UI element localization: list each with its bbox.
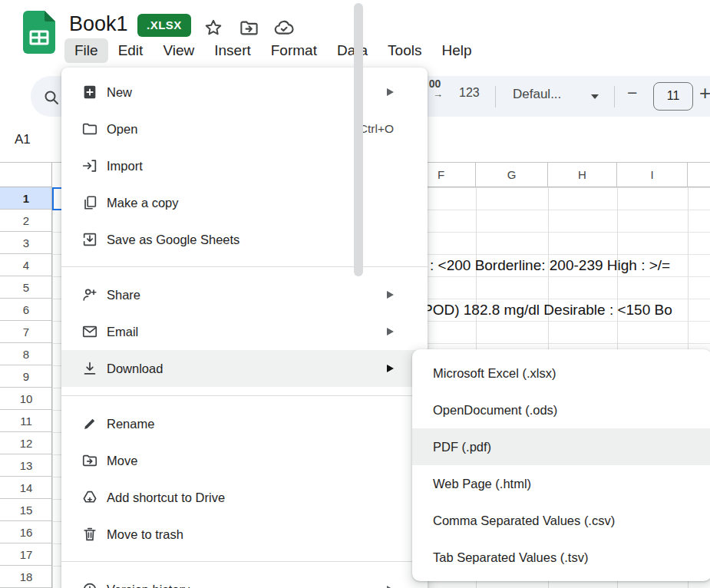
menubar-item-view[interactable]: View <box>153 38 204 63</box>
row-header-13[interactable]: 13 <box>0 454 52 477</box>
chevron-down-icon[interactable] <box>591 94 599 99</box>
menu-item-label: Rename <box>107 417 154 431</box>
file-menu-item-share[interactable]: Share <box>61 276 428 313</box>
xlsx-format-badge: .XLSX <box>137 14 191 37</box>
trash-icon <box>81 525 99 543</box>
menu-separator <box>61 553 428 571</box>
import-icon <box>81 157 99 175</box>
row-header-14[interactable]: 14 <box>0 477 52 499</box>
row-header-15[interactable]: 15 <box>0 499 52 521</box>
person-add-icon <box>81 286 99 304</box>
google-sheets-logo[interactable] <box>23 11 55 54</box>
menu-item-label: New <box>107 85 132 100</box>
menubar-item-format[interactable]: Format <box>261 38 327 63</box>
increase-font-size-button[interactable]: + <box>699 81 710 105</box>
menu-item-label: Make a copy <box>107 196 179 210</box>
menu-item-label: Download <box>107 362 163 376</box>
row-header-1[interactable]: 1 <box>0 187 52 210</box>
download-icon <box>81 359 99 378</box>
row-header-12[interactable]: 12 <box>0 432 52 454</box>
row-header-10[interactable]: 10 <box>0 388 52 410</box>
row-header-border <box>51 187 52 588</box>
search-icon[interactable] <box>40 86 63 109</box>
row-header-4[interactable]: 4 <box>0 254 52 276</box>
download-submenu-item-microsoft-excel-xlsx[interactable]: Microsoft Excel (.xlsx) <box>412 355 710 391</box>
google-sheets-app: Book1 .XLSX FileEditViewInsertFormatData… <box>0 0 710 588</box>
row-header-5[interactable]: 5 <box>0 276 52 299</box>
document-title[interactable]: Book1 <box>69 12 128 36</box>
menubar-item-file[interactable]: File <box>64 38 108 63</box>
menu-item-label: Share <box>107 288 140 302</box>
file-menu-item-add-shortcut-to-drive[interactable]: Add shortcut to Drive <box>61 479 428 516</box>
row-header-18[interactable]: 18 <box>0 566 52 588</box>
menubar-item-help[interactable]: Help <box>431 38 481 63</box>
history-icon <box>81 580 99 588</box>
row-header-8[interactable]: 8 <box>0 343 52 365</box>
menubar-item-data[interactable]: Data <box>327 38 378 63</box>
move-folder-icon[interactable] <box>237 16 260 39</box>
download-submenu-item-pdf-pdf[interactable]: PDF (.pdf) <box>412 428 710 465</box>
submenu-arrow-icon <box>387 88 394 96</box>
file-menu-item-save-as-google-sheets[interactable]: Save as Google Sheets <box>61 221 428 258</box>
menu-item-label: Save as Google Sheets <box>107 233 239 247</box>
row-header-11[interactable]: 11 <box>0 410 52 432</box>
menu-item-label: Import <box>107 159 143 173</box>
column-header-h[interactable]: H <box>548 163 617 187</box>
menu-item-shortcut: Ctrl+O <box>359 122 394 136</box>
row-header-6[interactable]: 6 <box>0 299 52 321</box>
save-icon <box>81 230 99 249</box>
menu-separator <box>61 387 428 405</box>
star-icon[interactable] <box>202 16 225 39</box>
select-all-corner-cell[interactable] <box>0 163 52 187</box>
row-header-9[interactable]: 9 <box>0 365 52 388</box>
download-submenu: Microsoft Excel (.xlsx)OpenDocument (.od… <box>412 349 710 581</box>
download-submenu-item-opendocument-ods[interactable]: OpenDocument (.ods) <box>412 391 710 428</box>
row-header-2[interactable]: 2 <box>0 210 52 232</box>
number-format-button[interactable]: 123 <box>459 86 480 100</box>
toolbar-divider <box>495 86 496 107</box>
download-submenu-item-comma-separated-values-csv[interactable]: Comma Separated Values (.csv) <box>412 502 710 539</box>
toolbar-divider <box>614 86 615 107</box>
pencil-icon <box>81 415 99 433</box>
cloud-check-icon[interactable] <box>272 16 296 39</box>
row-header-3[interactable]: 3 <box>0 232 52 254</box>
cell-text-row-6: POD) 182.8 mg/dl Desirable : <150 Bo <box>423 299 672 321</box>
copy-icon <box>81 193 99 212</box>
menu-item-label: Add shortcut to Drive <box>107 491 225 505</box>
menubar-item-insert[interactable]: Insert <box>204 38 261 63</box>
file-menu-item-import[interactable]: Import <box>61 147 428 184</box>
file-menu-item-make-a-copy[interactable]: Make a copy <box>61 184 428 221</box>
decrease-font-size-button[interactable]: − <box>627 83 637 104</box>
menu-separator <box>61 258 428 276</box>
menu-item-label: Open <box>107 122 137 137</box>
row-header-7[interactable]: 7 <box>0 321 52 343</box>
file-menu-item-email[interactable]: Email <box>61 313 428 350</box>
column-header-i[interactable]: I <box>617 163 688 187</box>
row-header-16[interactable]: 16 <box>0 521 52 543</box>
file-menu-scrollbar[interactable] <box>354 3 363 276</box>
font-size-input[interactable]: 11 <box>653 82 693 111</box>
submenu-arrow-icon <box>387 328 394 335</box>
column-header-partial[interactable] <box>688 163 710 187</box>
name-box[interactable]: A1 <box>15 132 31 147</box>
file-menu-item-open[interactable]: OpenCtrl+O <box>61 111 428 147</box>
menubar-item-edit[interactable]: Edit <box>108 38 154 63</box>
row-header-17[interactable]: 17 <box>0 543 52 566</box>
file-menu-item-new[interactable]: New <box>61 74 428 111</box>
increase-decimal-icon[interactable]: 00 → <box>427 79 443 99</box>
submenu-arrow-icon <box>387 291 394 299</box>
file-menu-item-move[interactable]: Move <box>61 442 428 479</box>
font-select[interactable]: Defaul... <box>513 87 561 102</box>
column-header-g[interactable]: G <box>476 163 548 187</box>
file-menu-item-download[interactable]: Download <box>61 350 428 387</box>
folder-move-icon <box>81 451 99 470</box>
download-submenu-item-tab-separated-values-tsv[interactable]: Tab Separated Values (.tsv) <box>412 539 710 576</box>
file-menu-item-rename[interactable]: Rename <box>61 405 428 442</box>
file-menu-item-move-to-trash[interactable]: Move to trash <box>61 516 428 553</box>
file-menu-item-version-history[interactable]: Version history <box>61 571 428 588</box>
download-submenu-item-web-page-html[interactable]: Web Page (.html) <box>412 465 710 502</box>
menubar: FileEditViewInsertFormatDataToolsHelp <box>64 38 482 63</box>
folder-open-icon <box>81 120 99 138</box>
menubar-item-tools[interactable]: Tools <box>378 38 431 63</box>
drive-shortcut-icon <box>81 488 99 507</box>
